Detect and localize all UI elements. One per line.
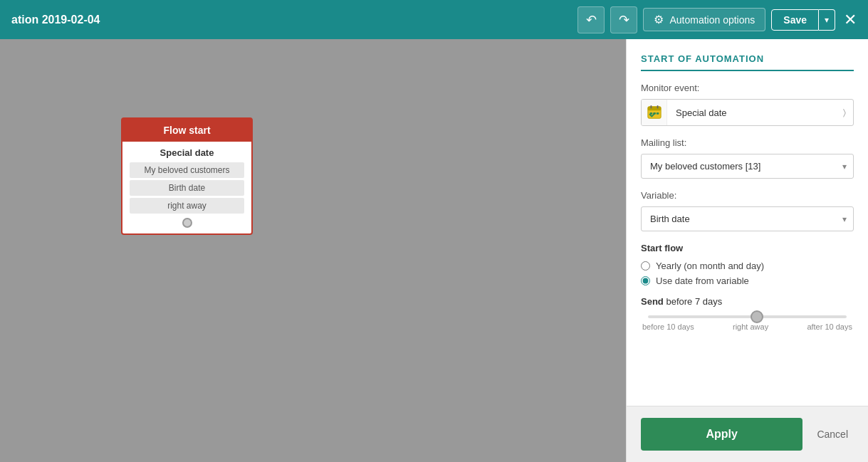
automation-canvas[interactable]: Flow start Special date My beloved custo… xyxy=(0,39,626,462)
header-actions: ↶ ↷ ⚙ Automation options Save ▾ ✕ xyxy=(577,6,857,33)
radio-yearly-label: Yearly (on month and day) xyxy=(656,261,764,271)
special-date-chevron-icon: 〉 xyxy=(836,107,853,117)
save-button-group: Save ▾ xyxy=(771,9,835,31)
redo-button[interactable]: ↷ xyxy=(610,6,637,33)
flow-node-body: Special date My beloved customers Birth … xyxy=(122,142,251,233)
radio-use-date-label: Use date from variable xyxy=(656,275,749,286)
slider-max-label: after 10 days xyxy=(807,322,852,331)
flow-node-timing: right away xyxy=(130,198,244,214)
gear-icon: ⚙ xyxy=(654,13,664,26)
radio-yearly-option[interactable]: Yearly (on month and day) xyxy=(641,261,854,271)
panel-footer: Apply Cancel xyxy=(627,406,868,462)
app-header: ation 2019-02-04 ↶ ↷ ⚙ Automation option… xyxy=(0,0,868,39)
save-dropdown-button[interactable]: ▾ xyxy=(819,9,835,31)
automation-options-label: Automation options xyxy=(669,14,755,26)
flow-node-header: Flow start xyxy=(122,119,251,142)
svg-rect-1 xyxy=(647,107,660,111)
undo-button[interactable]: ↶ xyxy=(577,6,605,33)
apply-button[interactable]: Apply xyxy=(641,418,802,451)
send-label: Send before 7 days xyxy=(641,296,854,307)
close-button[interactable]: ✕ xyxy=(844,11,857,29)
panel-content: START OF AUTOMATION Monitor event: xyxy=(627,39,868,406)
radio-yearly-input[interactable] xyxy=(641,261,650,271)
flow-node-event: Special date xyxy=(130,147,244,158)
flow-node-mailing-list: My beloved customers xyxy=(130,162,244,178)
flow-node-variable: Birth date xyxy=(130,180,244,196)
variable-select-wrapper: Birth date ▾ xyxy=(641,206,854,231)
start-flow-label: Start flow xyxy=(641,243,854,253)
radio-use-date-input[interactable] xyxy=(641,276,650,285)
mailing-list-select-wrapper: My beloved customers [13] ▾ xyxy=(641,154,854,179)
radio-use-date-option[interactable]: Use date from variable xyxy=(641,275,854,286)
undo-icon: ↶ xyxy=(586,12,597,28)
slider-min-label: before 10 days xyxy=(642,322,694,331)
save-button[interactable]: Save xyxy=(771,9,819,31)
slider-labels: before 10 days right away after 10 days xyxy=(642,322,852,331)
cancel-button[interactable]: Cancel xyxy=(811,423,854,446)
mailing-list-label: Mailing list: xyxy=(641,137,854,148)
send-label-strong: Send xyxy=(641,296,664,307)
panel-section-title: START OF AUTOMATION xyxy=(641,53,854,71)
variable-label: Variable: xyxy=(641,190,854,201)
monitor-event-label: Monitor event: xyxy=(641,83,854,93)
slider-mid-label: right away xyxy=(733,322,768,331)
monitor-event-select[interactable]: Special date 〉 xyxy=(641,99,854,126)
main-area: Flow start Special date My beloved custo… xyxy=(0,39,868,462)
special-date-value: Special date xyxy=(667,107,836,118)
right-panel: START OF AUTOMATION Monitor event: xyxy=(626,39,868,462)
app-title: ation 2019-02-04 xyxy=(11,14,100,26)
svg-rect-2 xyxy=(650,105,652,109)
flow-node-output-connector xyxy=(182,218,192,228)
svg-rect-6 xyxy=(656,112,659,115)
automation-options-button[interactable]: ⚙ Automation options xyxy=(643,8,765,31)
flow-start-node[interactable]: Flow start Special date My beloved custo… xyxy=(121,117,253,235)
svg-rect-3 xyxy=(657,105,658,109)
redo-icon: ↷ xyxy=(619,12,629,28)
slider-thumb[interactable] xyxy=(751,310,763,323)
calendar-icon xyxy=(647,105,662,120)
start-flow-radio-group: Yearly (on month and day) Use date from … xyxy=(641,261,854,286)
chevron-down-icon: ▾ xyxy=(825,15,829,25)
slider-track xyxy=(648,315,847,318)
mailing-list-select[interactable]: My beloved customers [13] xyxy=(641,154,854,179)
send-timing-value: before 7 days xyxy=(666,296,722,307)
special-date-icon xyxy=(642,100,667,125)
variable-select[interactable]: Birth date xyxy=(641,206,854,231)
slider-container: before 10 days right away after 10 days xyxy=(641,315,854,331)
